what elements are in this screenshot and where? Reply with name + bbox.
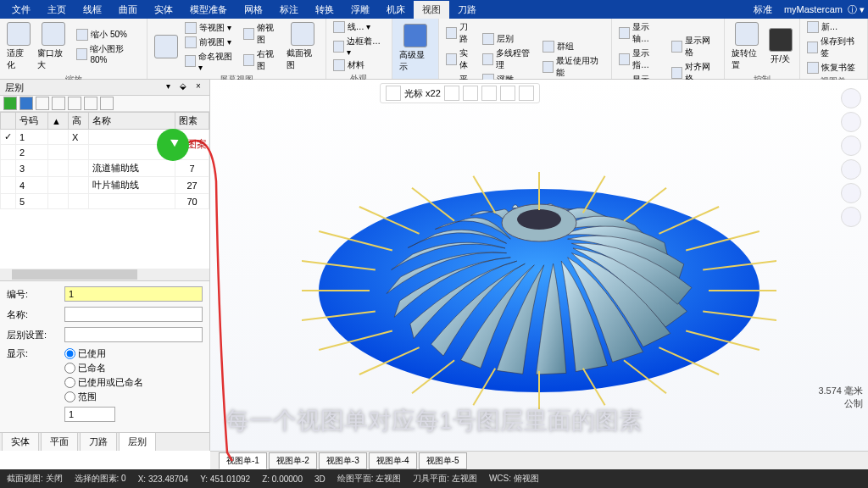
menu-wire[interactable]: 线框 bbox=[75, 1, 110, 19]
save-bookmark[interactable]: 保存到书签 bbox=[805, 35, 862, 60]
section-view-button[interactable]: 截面视图 bbox=[285, 20, 320, 73]
show-grid[interactable]: 显示网格 bbox=[670, 34, 719, 59]
table-scrollbar[interactable] bbox=[0, 269, 209, 280]
vp-tool-3[interactable] bbox=[463, 86, 478, 101]
help-icon[interactable]: ⓘ ▾ bbox=[848, 3, 865, 16]
multithread-mgr[interactable]: 多线程管理 bbox=[481, 47, 537, 72]
menu-toolpath[interactable]: 刀路 bbox=[449, 1, 485, 19]
named-view[interactable]: 命名视图 ▾ bbox=[183, 50, 237, 73]
menu-home[interactable]: 主页 bbox=[39, 1, 75, 19]
toolpath-toggle[interactable]: 刀路 bbox=[444, 20, 477, 46]
zoom-out-50[interactable]: 缩小 50% bbox=[75, 28, 142, 42]
solid-toggle[interactable]: 实体 bbox=[444, 47, 477, 72]
standard-label[interactable]: 标准 bbox=[747, 2, 779, 18]
menu-solid[interactable]: 实体 bbox=[146, 1, 181, 19]
zoom-window-button[interactable]: 窗口放大 bbox=[36, 20, 71, 73]
front-view[interactable]: 前视图 ▾ bbox=[183, 36, 237, 49]
find-button[interactable] bbox=[19, 97, 33, 110]
tab-level[interactable]: 层别 bbox=[119, 432, 156, 451]
right-view[interactable]: 右视图 bbox=[242, 47, 282, 73]
vp-tool-1[interactable] bbox=[386, 86, 401, 101]
tool-button-1[interactable] bbox=[36, 97, 49, 110]
menu-relief[interactable]: 浮雕 bbox=[342, 1, 378, 19]
viewsheet-1[interactable]: 视图单-1 bbox=[219, 452, 267, 469]
pan-icon[interactable] bbox=[841, 112, 861, 132]
iso-view[interactable]: 等视图 ▾ bbox=[183, 21, 237, 35]
vp-tool-2[interactable] bbox=[444, 86, 459, 101]
help-button[interactable] bbox=[100, 97, 114, 110]
restore-bookmark[interactable]: 恢复书签 bbox=[805, 61, 862, 75]
tab-toolpath[interactable]: 刀路 bbox=[80, 432, 117, 451]
level-number-input[interactable] bbox=[64, 286, 203, 302]
top-view[interactable]: 俯视图 bbox=[242, 21, 282, 47]
vp-tool-5[interactable] bbox=[500, 86, 515, 101]
panel-pin-icon[interactable]: ⬙ bbox=[177, 81, 189, 93]
iso-view-button[interactable] bbox=[153, 33, 180, 60]
panel-close-icon[interactable]: × bbox=[192, 81, 204, 93]
fit-button[interactable]: 适度化 bbox=[5, 20, 32, 73]
rotate-pos-button[interactable]: 旋转位置 bbox=[730, 20, 764, 73]
table-row[interactable]: 3流道辅助线7 bbox=[1, 160, 209, 177]
vp-tool-4[interactable] bbox=[481, 86, 497, 101]
fit-icon[interactable] bbox=[841, 159, 861, 180]
status-3d[interactable]: 3D bbox=[314, 474, 326, 484]
shade-icon[interactable] bbox=[841, 207, 861, 227]
radio-range[interactable]: 范围 bbox=[64, 391, 143, 403]
add-level-button[interactable] bbox=[3, 97, 17, 110]
menu-mesh[interactable]: 网格 bbox=[236, 1, 271, 19]
view-icon[interactable] bbox=[841, 183, 861, 203]
svg-point-2 bbox=[517, 209, 561, 230]
tool-button-2[interactable] bbox=[52, 97, 65, 110]
status-z: Z: 0.00000 bbox=[262, 474, 303, 484]
material[interactable]: 材料 bbox=[331, 58, 387, 72]
advanced-display-button[interactable]: 高级显示 bbox=[398, 22, 433, 75]
status-selected: 选择的图素: 0 bbox=[75, 473, 126, 485]
show-axis[interactable]: 显示轴… bbox=[617, 20, 666, 46]
zoom-out-80[interactable]: 缩小图形 80% bbox=[75, 42, 142, 65]
viewsheet-5[interactable]: 视图单-5 bbox=[419, 452, 467, 469]
viewport[interactable]: 光标 x22 3.574 毫米 公制 bbox=[210, 80, 868, 451]
show-pointer[interactable]: 显示指… bbox=[617, 47, 666, 72]
radio-used[interactable]: 已使用 bbox=[64, 347, 143, 360]
status-cplane[interactable]: 绘图平面: 左视图 bbox=[337, 473, 402, 485]
menu-machine[interactable]: 机床 bbox=[378, 1, 414, 19]
tab-plane[interactable]: 平面 bbox=[41, 432, 78, 451]
menu-view[interactable]: 视图 bbox=[414, 1, 449, 19]
level-set-input[interactable] bbox=[64, 327, 203, 342]
menu-transform[interactable]: 转换 bbox=[307, 1, 342, 19]
group-toggle[interactable]: 群组 bbox=[541, 40, 606, 53]
viewsheet-3[interactable]: 视图单-3 bbox=[319, 452, 367, 469]
status-tplane[interactable]: 刀具平面: 左视图 bbox=[413, 473, 477, 485]
panel-dropdown-icon[interactable]: ▾ bbox=[162, 81, 174, 93]
tab-solid[interactable]: 实体 bbox=[2, 432, 39, 451]
recent-toggle[interactable]: 最近使用功能 bbox=[541, 54, 606, 80]
menu-file[interactable]: 文件 bbox=[3, 1, 39, 19]
new-viewsheet[interactable]: 新… bbox=[805, 20, 862, 34]
panel-toolbar bbox=[0, 96, 209, 112]
level-name-input[interactable] bbox=[64, 307, 203, 322]
viewsheet-2[interactable]: 视图单-2 bbox=[269, 452, 317, 469]
menu-modelprep[interactable]: 模型准备 bbox=[181, 1, 236, 19]
menu-surface[interactable]: 曲面 bbox=[110, 1, 146, 19]
impeller-model bbox=[302, 113, 776, 418]
table-row[interactable]: 570 bbox=[1, 194, 209, 209]
viewsheet-4[interactable]: 视图单-4 bbox=[369, 452, 417, 469]
status-wcs[interactable]: WCS: 俯视图 bbox=[489, 473, 539, 485]
radio-named[interactable]: 已命名 bbox=[64, 362, 143, 374]
line-style[interactable]: 线… ▾ bbox=[331, 20, 387, 34]
onoff-button[interactable]: 开/关 bbox=[767, 26, 794, 67]
tool-button-3[interactable] bbox=[68, 97, 81, 110]
radio-used-or-named[interactable]: 已使用或已命名 bbox=[64, 376, 143, 389]
range-input[interactable] bbox=[64, 407, 115, 422]
table-row[interactable]: 4叶片辅助线27 bbox=[1, 177, 209, 194]
orbit-icon[interactable] bbox=[841, 88, 861, 108]
menu-annotate[interactable]: 标注 bbox=[271, 1, 307, 19]
status-y: Y: 451.01092 bbox=[200, 474, 250, 484]
status-x: X: 323.48704 bbox=[138, 474, 189, 484]
vp-tool-6[interactable] bbox=[519, 86, 534, 101]
zoom-icon[interactable] bbox=[841, 136, 861, 156]
edge-shade[interactable]: 边框着… ▾ bbox=[331, 35, 387, 58]
view-sheet-tabs: 视图单-1 视图单-2 视图单-3 视图单-4 视图单-5 bbox=[210, 451, 868, 469]
hide-button[interactable] bbox=[84, 97, 97, 110]
level-toggle[interactable]: 层别 bbox=[481, 32, 537, 46]
